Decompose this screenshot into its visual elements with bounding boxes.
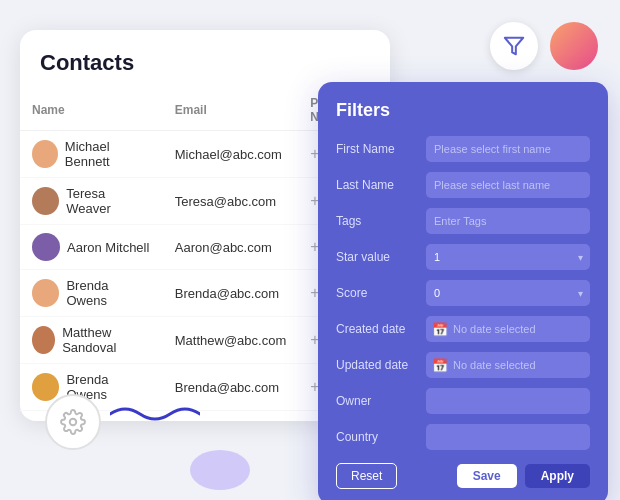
label-tags: Tags	[336, 214, 426, 228]
avatar	[32, 140, 58, 168]
label-score: Score	[336, 286, 426, 300]
cell-name: Matthew Sandoval	[20, 317, 163, 364]
cell-email: Brenda@abc.com	[163, 270, 298, 317]
avatar	[32, 326, 55, 354]
avatar	[32, 187, 59, 215]
select-score[interactable]: 0 1 2 3	[426, 280, 590, 306]
cell-name: Aaron Mitchell	[20, 225, 163, 270]
createddate-input[interactable]: 📅 No date selected	[426, 316, 590, 342]
input-country[interactable]	[426, 424, 590, 450]
cell-email: Aaron@abc.com	[163, 225, 298, 270]
label-lastname: Last Name	[336, 178, 426, 192]
reset-button[interactable]: Reset	[336, 463, 397, 489]
input-tags[interactable]	[426, 208, 590, 234]
calendar-icon-created: 📅	[432, 322, 448, 337]
avatar	[32, 233, 60, 261]
score-select-wrap: 0 1 2 3	[426, 280, 590, 306]
avatar	[32, 373, 59, 401]
label-country: Country	[336, 430, 426, 444]
contact-name: Teresa Weaver	[66, 186, 151, 216]
filter-icon-button[interactable]	[490, 22, 538, 70]
filter-row-tags: Tags	[336, 207, 590, 235]
filter-row-firstname: First Name	[336, 135, 590, 163]
input-owner[interactable]	[426, 388, 590, 414]
input-lastname[interactable]	[426, 172, 590, 198]
select-starvalue[interactable]: 1 2 3 4 5	[426, 244, 590, 270]
filter-row-country: Country	[336, 423, 590, 451]
cell-email: Matthew@abc.com	[163, 317, 298, 364]
wave-decoration	[110, 400, 200, 432]
label-createddate: Created date	[336, 322, 426, 336]
label-updateddate: Updated date	[336, 358, 426, 372]
label-owner: Owner	[336, 394, 426, 408]
contact-name: Matthew Sandoval	[62, 325, 151, 355]
filters-panel: Filters First Name Last Name Tags Star v…	[318, 82, 608, 500]
createddate-value: No date selected	[453, 323, 536, 335]
svg-point-0	[70, 419, 77, 426]
filter-row-starvalue: Star value 1 2 3 4 5	[336, 243, 590, 271]
calendar-icon-updated: 📅	[432, 358, 448, 373]
filters-title: Filters	[336, 100, 590, 121]
avatar[interactable]	[550, 22, 598, 70]
col-name: Name	[20, 90, 163, 131]
cell-name: Michael Bennett	[20, 131, 163, 178]
filter-row-lastname: Last Name	[336, 171, 590, 199]
filter-row-updateddate: Updated date 📅 No date selected	[336, 351, 590, 379]
filter-row-score: Score 0 1 2 3	[336, 279, 590, 307]
filter-row-owner: Owner	[336, 387, 590, 415]
updateddate-value: No date selected	[453, 359, 536, 371]
contact-name: Brenda Owens	[66, 278, 150, 308]
input-firstname[interactable]	[426, 136, 590, 162]
cell-email: Michael@abc.com	[163, 131, 298, 178]
filters-footer: Reset Save Apply	[336, 463, 590, 489]
cell-name: Teresa Weaver	[20, 178, 163, 225]
cell-name: Brenda Owens	[20, 270, 163, 317]
label-starvalue: Star value	[336, 250, 426, 264]
contact-name: Aaron Mitchell	[67, 240, 149, 255]
avatar	[32, 279, 59, 307]
filter-row-createddate: Created date 📅 No date selected	[336, 315, 590, 343]
apply-button[interactable]: Apply	[525, 464, 590, 488]
blob-decoration	[190, 450, 250, 490]
cell-email: Teresa@abc.com	[163, 178, 298, 225]
starvalue-select-wrap: 1 2 3 4 5	[426, 244, 590, 270]
gear-icon	[45, 394, 101, 450]
contact-name: Michael Bennett	[65, 139, 151, 169]
col-email: Email	[163, 90, 298, 131]
updateddate-input[interactable]: 📅 No date selected	[426, 352, 590, 378]
svg-marker-1	[505, 38, 523, 55]
label-firstname: First Name	[336, 142, 426, 156]
footer-right-buttons: Save Apply	[457, 464, 590, 488]
save-button[interactable]: Save	[457, 464, 517, 488]
